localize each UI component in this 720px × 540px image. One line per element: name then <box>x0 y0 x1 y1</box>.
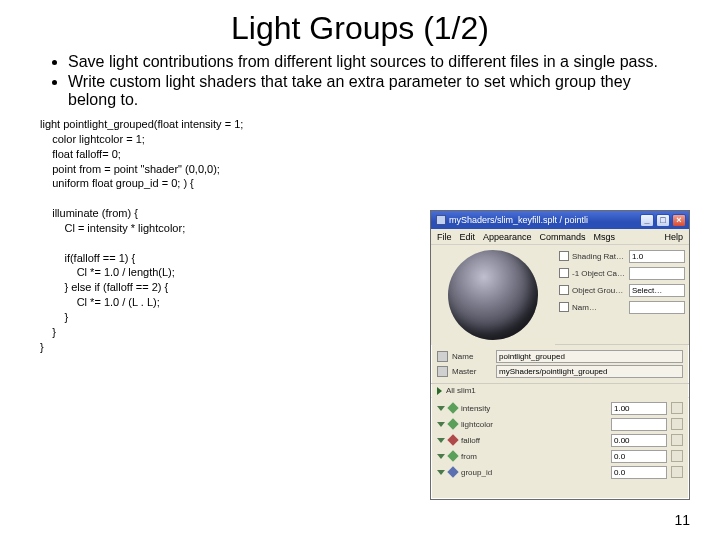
checkbox-icon[interactable] <box>559 302 569 312</box>
page-number: 11 <box>674 512 690 528</box>
param-label: Object Grou… <box>572 286 626 295</box>
top-params: Shading Rat… 1.0 -1 Object Ca… Object Gr… <box>555 245 689 344</box>
meta-label: Name <box>452 352 492 361</box>
checkbox-icon[interactable] <box>559 251 569 261</box>
slider-icon[interactable] <box>671 450 683 462</box>
chevron-down-icon[interactable] <box>437 438 445 443</box>
param-row: Shading Rat… 1.0 <box>559 248 685 264</box>
menu-help[interactable]: Help <box>664 232 683 242</box>
bullet-list: Save light contributions from different … <box>0 53 720 109</box>
slider-icon[interactable] <box>671 418 683 430</box>
meta-row: Master myShaders/pointlight_grouped <box>437 364 683 379</box>
menu-file[interactable]: File <box>437 232 452 242</box>
shader-param-row: group_id 0.0 <box>437 464 683 480</box>
bullet-item: Save light contributions from different … <box>68 53 680 71</box>
bullet-item: Write custom light shaders that take an … <box>68 73 680 109</box>
menu-bar: File Edit Appearance Commands Msgs Help <box>431 229 689 245</box>
checkbox-icon[interactable] <box>559 268 569 278</box>
all-slim-header[interactable]: All slim1 <box>431 384 689 398</box>
param-value-field[interactable] <box>629 301 685 314</box>
shader-param-label: lightcolor <box>461 420 607 429</box>
shader-param-label: group_id <box>461 468 607 477</box>
menu-edit[interactable]: Edit <box>460 232 476 242</box>
menu-commands[interactable]: Commands <box>540 232 586 242</box>
param-label: -1 Object Ca… <box>572 269 626 278</box>
meta-label: Master <box>452 367 492 376</box>
slider-icon[interactable] <box>671 434 683 446</box>
param-row: Object Grou… Select… <box>559 282 685 298</box>
param-value-field[interactable]: 1.0 <box>629 250 685 263</box>
param-value-field[interactable]: Select… <box>629 284 685 297</box>
diamond-icon <box>447 434 458 445</box>
window-titlebar[interactable]: myShaders/slim_keyfill.splt / pointli _ … <box>431 211 689 229</box>
page-title: Light Groups (1/2) <box>0 0 720 53</box>
param-label: Shading Rat… <box>572 252 626 261</box>
diamond-icon <box>447 418 458 429</box>
param-row: -1 Object Ca… <box>559 265 685 281</box>
disclosure-triangle-icon <box>437 387 442 395</box>
shader-param-value[interactable]: 0.0 <box>611 450 667 463</box>
param-value-field[interactable] <box>629 267 685 280</box>
wrench-icon <box>437 351 448 362</box>
param-row: Nam… <box>559 299 685 315</box>
menu-appearance[interactable]: Appearance <box>483 232 532 242</box>
diamond-icon <box>447 466 458 477</box>
shader-param-row: falloff 0.00 <box>437 432 683 448</box>
chevron-down-icon[interactable] <box>437 470 445 475</box>
chevron-down-icon[interactable] <box>437 406 445 411</box>
shader-param-row: from 0.0 <box>437 448 683 464</box>
chevron-down-icon[interactable] <box>437 422 445 427</box>
app-icon <box>436 215 446 225</box>
arrow-icon <box>437 366 448 377</box>
chevron-down-icon[interactable] <box>437 454 445 459</box>
color-swatch[interactable] <box>611 418 667 431</box>
shader-params: intensity 1.00 lightcolor falloff 0.00 f… <box>431 398 689 482</box>
window-title-text: myShaders/slim_keyfill.splt / pointli <box>449 215 588 225</box>
shader-preview-sphere <box>448 250 538 340</box>
preview-area <box>431 245 555 345</box>
param-label: Nam… <box>572 303 626 312</box>
shader-param-label: intensity <box>461 404 607 413</box>
shader-param-row: lightcolor <box>437 416 683 432</box>
diamond-icon <box>447 450 458 461</box>
master-field[interactable]: myShaders/pointlight_grouped <box>496 365 683 378</box>
editor-window: myShaders/slim_keyfill.splt / pointli _ … <box>430 210 690 500</box>
diamond-icon <box>447 402 458 413</box>
name-field[interactable]: pointlight_grouped <box>496 350 683 363</box>
meta-row: Name pointlight_grouped <box>437 349 683 364</box>
menu-msgs[interactable]: Msgs <box>594 232 616 242</box>
shader-param-label: falloff <box>461 436 607 445</box>
close-button[interactable]: × <box>672 214 686 227</box>
minimize-button[interactable]: _ <box>640 214 654 227</box>
maximize-button[interactable]: □ <box>656 214 670 227</box>
meta-area: Name pointlight_grouped Master myShaders… <box>431 345 689 384</box>
shader-param-row: intensity 1.00 <box>437 400 683 416</box>
shader-param-value[interactable]: 1.00 <box>611 402 667 415</box>
shader-param-value[interactable]: 0.0 <box>611 466 667 479</box>
slider-icon[interactable] <box>671 402 683 414</box>
checkbox-icon[interactable] <box>559 285 569 295</box>
shader-param-label: from <box>461 452 607 461</box>
all-slim-label: All slim1 <box>446 386 476 395</box>
shader-param-value[interactable]: 0.00 <box>611 434 667 447</box>
slider-icon[interactable] <box>671 466 683 478</box>
